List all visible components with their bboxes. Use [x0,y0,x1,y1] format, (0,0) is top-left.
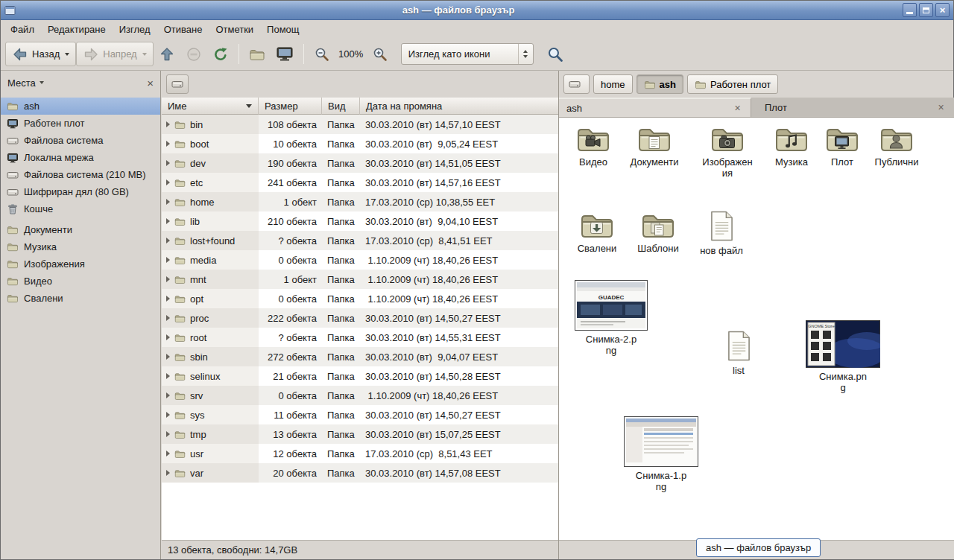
stop-button[interactable] [180,42,207,66]
view-mode-select[interactable]: Изглед като икони [401,43,534,65]
tab[interactable]: Плот× [751,98,954,117]
expander-icon[interactable] [166,199,170,205]
icon-item[interactable]: GUADEC Снимка-2.png [574,280,648,356]
expander-icon[interactable] [166,218,170,224]
icon-item[interactable]: Видео [566,124,620,168]
tab-close-button[interactable]: × [732,103,743,114]
icon-item[interactable]: list [712,330,765,376]
table-row[interactable]: boot 10 обекта Папка 30.03.2010 (вт) 9,0… [162,134,558,153]
icon-item[interactable]: Изображения [701,124,754,179]
search-button[interactable] [541,42,569,66]
table-row[interactable]: sbin 272 обекта Папка 30.03.2010 (вт) 9,… [162,347,558,366]
path-button[interactable]: home [593,74,633,94]
sidebar-close-button[interactable]: × [147,77,154,89]
forward-button[interactable]: Напред [76,42,153,66]
expander-icon[interactable] [166,141,170,147]
file-name: media [190,255,216,266]
expander-icon[interactable] [166,276,170,282]
table-row[interactable]: tmp 13 обекта Папка 30.03.2010 (вт) 15,0… [162,424,558,444]
minimize-button[interactable] [903,3,917,17]
menu-item[interactable]: Помощ [260,22,306,37]
column-header[interactable]: Име [162,98,259,115]
sidebar-item[interactable]: Документи [1,221,160,238]
expander-icon[interactable] [166,334,170,340]
column-header[interactable]: Размер [259,98,322,115]
tab-close-button[interactable]: × [935,102,947,113]
expander-icon[interactable] [166,373,170,379]
table-row[interactable]: sys 11 обекта Папка 30.03.2010 (вт) 14,5… [162,405,558,424]
name-cell: opt [162,289,259,308]
back-button[interactable]: Назад [5,42,76,66]
table-row[interactable]: opt 0 обекта Папка 1.10.2009 (чт) 18,40,… [162,289,558,308]
sidebar-item[interactable]: Файлова система [1,132,160,149]
menu-item[interactable]: Файл [4,22,41,37]
zoom-out-button[interactable] [309,42,335,66]
table-row[interactable]: etc 241 обекта Папка 30.03.2010 (вт) 14,… [162,173,558,192]
sidebar-item[interactable]: Изображения [1,255,160,273]
tab[interactable]: ash× [559,98,751,117]
root-path-button[interactable] [166,74,189,94]
icon-item[interactable]: Снимка-1.png [624,416,698,492]
table-row[interactable]: usr 12 обекта Папка 17.03.2010 (ср) 8,51… [162,444,558,463]
expander-icon[interactable] [166,470,170,476]
expander-icon[interactable] [166,238,170,244]
expander-icon[interactable] [166,160,170,166]
table-row[interactable]: home 1 обект Папка 17.03.2010 (ср) 10,38… [162,192,558,211]
icon-item[interactable]: Шаблони [631,210,685,254]
sidebar-item[interactable]: Свалени [1,290,160,307]
table-row[interactable]: root ? обекта Папка 30.03.2010 (вт) 14,5… [162,328,558,347]
path-root-button[interactable] [563,74,590,94]
expander-icon[interactable] [166,451,170,456]
expander-icon[interactable] [166,431,170,437]
icon-item[interactable]: Плот [815,124,869,168]
places-menu-button[interactable]: Места × [1,71,160,95]
table-row[interactable]: bin 108 обекта Папка 30.03.2010 (вт) 14,… [162,115,558,134]
expander-icon[interactable] [166,296,170,302]
table-row[interactable]: mnt 1 обект Папка 1.10.2009 (чт) 18,40,2… [162,270,558,289]
expander-icon[interactable] [166,257,170,263]
up-button[interactable] [154,42,180,66]
table-row[interactable]: var 20 обекта Папка 30.03.2010 (вт) 14,5… [162,463,558,483]
menu-item[interactable]: Отметки [209,22,260,37]
expander-icon[interactable] [166,392,170,398]
icon-item[interactable]: Музика [765,124,818,168]
expander-icon[interactable] [166,315,170,321]
table-row[interactable]: proc 222 обекта Папка 30.03.2010 (вт) 14… [162,308,558,328]
computer-button[interactable] [271,42,299,66]
sidebar-item[interactable]: ash [1,98,160,115]
column-header[interactable]: Дата на промяна [360,98,558,115]
expander-icon[interactable] [166,179,170,185]
sidebar-item[interactable]: Локална мрежа [1,149,160,166]
table-row[interactable]: lost+found ? обекта Папка 17.03.2010 (ср… [162,231,558,250]
table-row[interactable]: srv 0 обекта Папка 1.10.2009 (чт) 18,40,… [162,386,558,405]
sidebar-item[interactable]: Кошче [1,200,160,217]
sidebar-item[interactable]: Видео [1,273,160,290]
menu-item[interactable]: Изглед [113,22,157,37]
sidebar-item[interactable]: Шифриран дял (80 GB) [1,183,160,200]
icon-item[interactable]: Свалени [570,210,624,254]
icon-item[interactable]: Документи [628,124,681,168]
expander-icon[interactable] [166,121,170,127]
column-header[interactable]: Вид [322,98,360,115]
expander-icon[interactable] [166,354,170,360]
table-row[interactable]: lib 210 обекта Папка 30.03.2010 (вт) 9,0… [162,211,558,231]
table-row[interactable]: media 0 обекта Папка 1.10.2009 (чт) 18,4… [162,250,558,270]
zoom-in-button[interactable] [367,42,394,66]
reload-button[interactable] [207,42,234,66]
icon-item[interactable]: нов файл [695,210,748,256]
table-row[interactable]: dev 190 обекта Папка 30.03.2010 (вт) 14,… [162,153,558,173]
expander-icon[interactable] [166,412,170,418]
sidebar-item[interactable]: Работен плот [1,115,160,132]
table-row[interactable]: selinux 21 обекта Папка 30.03.2010 (вт) … [162,366,558,386]
sidebar-item[interactable]: Музика [1,238,160,255]
maximize-button[interactable] [919,3,933,17]
home-button[interactable] [244,42,271,66]
icon-item[interactable]: GNOME Store Снимка.png [806,320,880,393]
path-button[interactable]: Работен плот [687,74,778,94]
sidebar-item[interactable]: Файлова система (210 MB) [1,166,160,183]
close-button[interactable]: × [935,3,950,17]
menu-item[interactable]: Редактиране [41,22,113,37]
path-button[interactable]: ash [636,74,683,94]
menu-item[interactable]: Отиване [157,22,209,37]
icon-item[interactable]: Публични [870,124,923,168]
